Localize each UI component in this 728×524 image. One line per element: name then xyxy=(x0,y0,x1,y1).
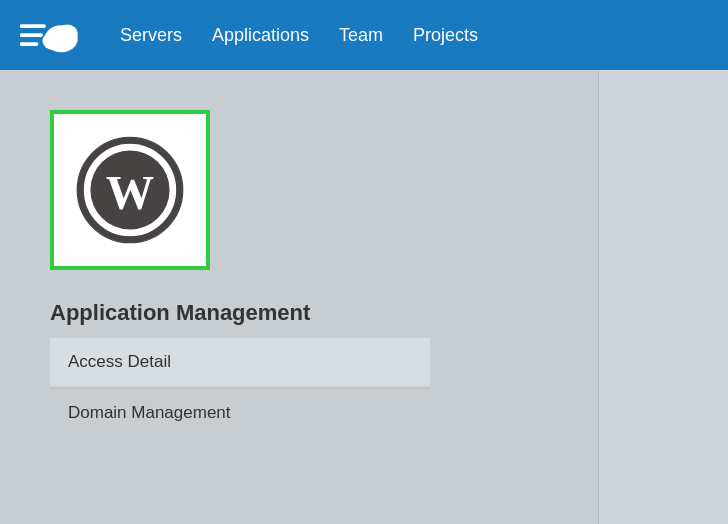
app-icon-container[interactable]: W xyxy=(50,110,210,270)
cloud-logo-icon xyxy=(20,11,80,59)
logo-container[interactable] xyxy=(20,11,80,59)
main-content: W Application Management Access Detail D… xyxy=(0,70,728,524)
svg-point-5 xyxy=(57,25,78,43)
menu-item-domain-management[interactable]: Domain Management xyxy=(50,388,430,437)
nav-team[interactable]: Team xyxy=(339,25,383,46)
navbar-links: Servers Applications Team Projects xyxy=(120,25,478,46)
nav-projects[interactable]: Projects xyxy=(413,25,478,46)
nav-applications[interactable]: Applications xyxy=(212,25,309,46)
wordpress-icon: W xyxy=(75,135,185,245)
right-side-panel xyxy=(598,70,728,524)
svg-text:W: W xyxy=(106,166,154,219)
navbar: Servers Applications Team Projects xyxy=(0,0,728,70)
menu-item-access-detail[interactable]: Access Detail xyxy=(50,338,430,386)
nav-servers[interactable]: Servers xyxy=(120,25,182,46)
